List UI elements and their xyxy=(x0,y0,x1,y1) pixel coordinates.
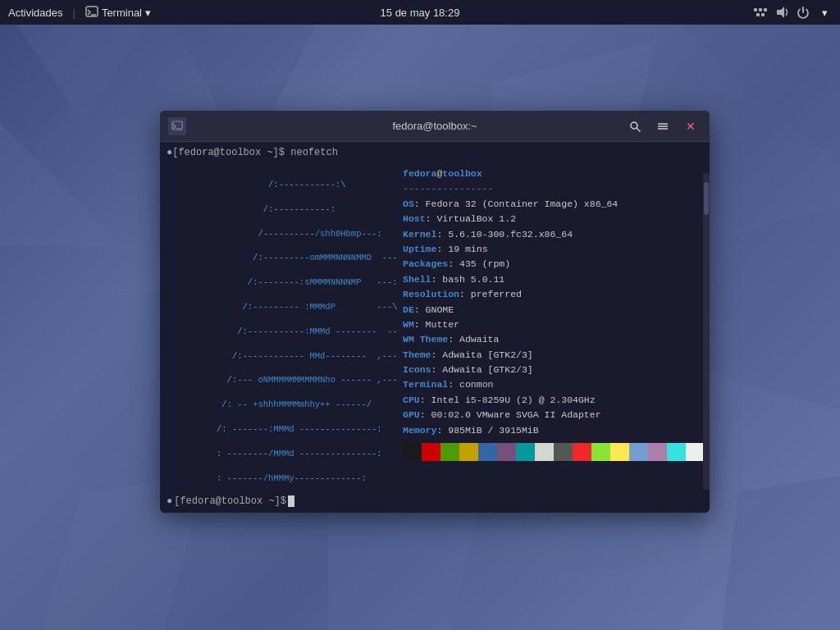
sysinfo-shell: Shell: bash 5.0.11 xyxy=(403,272,705,287)
titlebar-controls: ✕ xyxy=(624,116,701,137)
swatch-14 xyxy=(667,443,686,461)
sysinfo-de: DE: GNOME xyxy=(403,303,705,317)
sysinfo-os: OS: Fedora 32 (Container Image) x86_64 xyxy=(403,197,705,212)
bottom-prompt-text: [fedora@toolbox ~]$ xyxy=(174,495,286,507)
terminal-window-icon xyxy=(168,117,186,135)
svg-point-21 xyxy=(631,122,637,129)
terminal-window: fedora@toolbox:~ ✕ ●[fedora@toolbox ~]$ xyxy=(160,111,710,513)
swatch-6 xyxy=(516,443,535,461)
swatch-13 xyxy=(648,443,667,461)
terminal-arrow-icon: ▾ xyxy=(145,7,151,19)
terminal-title: fedora@toolbox:~ xyxy=(392,120,477,132)
sysinfo-icons: Icons: Adwaita [GTK2/3] xyxy=(403,363,705,377)
svg-marker-18 xyxy=(777,7,784,18)
volume-icon[interactable] xyxy=(774,5,789,20)
sysinfo-cpu: CPU: Intel i5-8259U (2) @ 2.304GHz xyxy=(403,393,705,408)
swatch-9 xyxy=(573,443,591,461)
sysinfo-wm: WM: Mutter xyxy=(403,317,705,332)
network-icon[interactable] xyxy=(753,5,768,20)
swatch-15 xyxy=(686,443,705,461)
swatch-5 xyxy=(497,443,516,461)
sysinfo-gpu: GPU: 00:02.0 VMware SVGA II Adapter xyxy=(403,408,705,422)
topbar-left: Actividades | Terminal ▾ xyxy=(8,6,151,19)
svg-rect-13 xyxy=(754,8,757,11)
sysinfo-user-host: fedora@toolbox xyxy=(403,167,705,181)
color-swatches xyxy=(403,443,705,461)
swatch-2 xyxy=(441,443,459,461)
svg-marker-6 xyxy=(697,205,840,410)
sysinfo-memory: Memory: 985MiB / 3915MiB xyxy=(403,423,705,438)
system-arrow-icon[interactable]: ▾ xyxy=(817,5,832,20)
terminal-content: /:-----------:\ /:-----------: /--------… xyxy=(160,160,710,490)
titlebar-left xyxy=(168,117,186,135)
swatch-4 xyxy=(478,443,497,461)
topbar-datetime: 15 de may 18:29 xyxy=(381,7,460,19)
sysinfo-terminal: Terminal: conmon xyxy=(403,377,705,392)
prompt-text-1: [fedora@toolbox ~]$ neofetch xyxy=(172,147,338,158)
swatch-11 xyxy=(610,443,629,461)
fedora-ascii-art: /:-----------:\ /:-----------: /--------… xyxy=(165,167,393,490)
sysinfo-content: fedora@toolbox ---------------- OS: Fedo… xyxy=(403,167,705,461)
bottom-prompt-bullet: ● xyxy=(167,495,172,507)
swatch-10 xyxy=(591,443,610,461)
swatch-12 xyxy=(629,443,648,461)
actividades-button[interactable]: Actividades xyxy=(8,7,62,19)
swatch-1 xyxy=(422,443,441,461)
terminal-titlebar: fedora@toolbox:~ ✕ xyxy=(160,111,710,142)
topbar-right: ▾ xyxy=(753,5,832,20)
ascii-art-panel: /:-----------:\ /:-----------: /--------… xyxy=(160,160,398,490)
swatch-3 xyxy=(459,443,478,461)
topbar: Actividades | Terminal ▾ 15 de may 18:29 xyxy=(0,0,840,25)
terminal-menu-label: Terminal xyxy=(102,7,142,19)
menu-button[interactable] xyxy=(652,116,673,137)
sysinfo-divider: ---------------- xyxy=(403,181,705,196)
svg-rect-16 xyxy=(756,13,760,16)
power-icon[interactable] xyxy=(796,5,810,20)
svg-rect-14 xyxy=(759,8,762,11)
terminal-menu[interactable]: Terminal ▾ xyxy=(85,6,151,19)
svg-marker-5 xyxy=(0,287,164,492)
sysinfo-host: Host: VirtualBox 1.2 xyxy=(403,212,705,226)
sysinfo-uptime: Uptime: 19 mins xyxy=(403,242,705,257)
search-button[interactable] xyxy=(624,116,646,137)
svg-rect-15 xyxy=(764,8,767,11)
sysinfo-panel: fedora@toolbox ---------------- OS: Fedo… xyxy=(398,160,710,490)
svg-rect-17 xyxy=(761,13,765,16)
terminal-icon xyxy=(85,6,98,19)
svg-marker-10 xyxy=(722,476,840,630)
close-button[interactable]: ✕ xyxy=(680,116,701,137)
terminal-cursor xyxy=(288,495,294,507)
sysinfo-resolution: Resolution: preferred xyxy=(403,287,705,302)
swatch-7 xyxy=(535,443,554,461)
sysinfo-packages: Packages: 435 (rpm) xyxy=(403,257,705,272)
sysinfo-wmtheme: WM Theme: Adwaita xyxy=(403,332,705,347)
terminal-scrollbar[interactable] xyxy=(703,173,710,490)
scrollbar-thumb[interactable] xyxy=(704,182,709,215)
svg-marker-2 xyxy=(0,123,123,246)
sysinfo-kernel: Kernel: 5.6.10-300.fc32.x86_64 xyxy=(403,227,705,242)
svg-line-22 xyxy=(637,128,641,131)
bottom-prompt: ● [fedora@toolbox ~]$ xyxy=(160,490,710,513)
sysinfo-theme: Theme: Adwaita [GTK2/3] xyxy=(403,348,705,363)
swatch-8 xyxy=(554,443,573,461)
swatch-0 xyxy=(403,443,422,461)
